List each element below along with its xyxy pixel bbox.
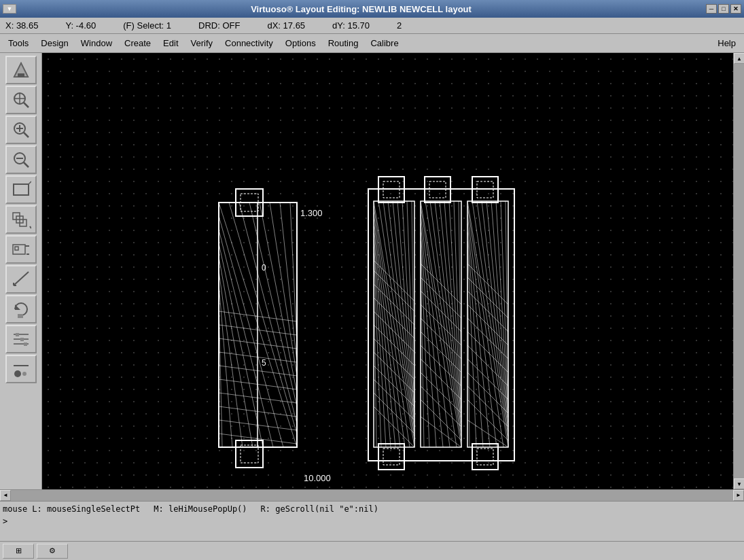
minimize-button[interactable]: ─ (706, 4, 717, 14)
cut-tool-button[interactable] (5, 235, 37, 264)
status-bar: X: 38.65 Y: -4.60 (F) Select: 1 DRD: OFF… (0, 18, 744, 34)
scroll-down-button[interactable]: ▼ (734, 478, 744, 489)
scroll-track-horizontal[interactable] (11, 490, 733, 501)
console-mouse-m: M: leHiMousePopUp() (154, 504, 247, 514)
drd-status: DRD: OFF (198, 20, 240, 31)
main-area: 1.300 0 5 10.000 ▲ ▼ (0, 53, 744, 489)
bottom-scrollbar: ◄ ► (0, 489, 744, 500)
sliders-icon (11, 329, 31, 349)
menu-create[interactable]: Create (119, 37, 156, 50)
svg-text:1.300: 1.300 (300, 208, 323, 218)
menu-edit[interactable]: Edit (158, 37, 183, 50)
hierarchy-tool-button[interactable] (5, 205, 37, 234)
svg-rect-33 (20, 338, 24, 341)
scroll-right-button[interactable]: ► (733, 490, 744, 501)
svg-text:0: 0 (262, 263, 266, 273)
svg-rect-14 (14, 184, 29, 195)
window-controls: ─ □ ✕ (706, 4, 744, 14)
zoom-in-icon (11, 120, 31, 140)
zoom-in-button[interactable] (5, 116, 37, 144)
title-dropdown[interactable]: ▼ (3, 4, 16, 14)
rectangle-icon (11, 179, 31, 200)
close-button[interactable]: ✕ (730, 4, 741, 14)
title-text: Virtuoso® Layout Editing: NEWLIB NEWCELL… (251, 4, 472, 14)
console-mouse-r: R: geScroll(nil "e":nil) (261, 504, 378, 514)
select-icon (11, 90, 31, 110)
menu-options[interactable]: Options (280, 37, 321, 50)
line-icon (11, 269, 31, 290)
snap-icon (11, 60, 31, 80)
right-scrollbar: ▲ ▼ (733, 53, 744, 489)
console-prompt: > (3, 515, 741, 527)
dy-value: dY: 15.70 (332, 20, 370, 31)
undo-icon (11, 299, 31, 319)
svg-line-19 (30, 226, 31, 228)
snap-tool-button[interactable] (5, 56, 37, 84)
menu-connectivity[interactable]: Connectivity (219, 37, 279, 50)
svg-marker-27 (15, 304, 20, 310)
scroll-left-button[interactable]: ◄ (0, 490, 11, 501)
svg-line-4 (24, 103, 29, 107)
menu-design[interactable]: Design (35, 37, 73, 50)
console-area: mouse L: mouseSingleSelectPt M: leHiMous… (0, 500, 744, 541)
zoom-out-icon (11, 150, 31, 170)
params-tool-button[interactable] (5, 355, 37, 383)
undo-button[interactable] (5, 295, 37, 323)
scroll-up-button[interactable]: ▲ (734, 53, 744, 64)
svg-rect-32 (16, 333, 19, 336)
counter: 2 (397, 20, 402, 31)
svg-rect-39 (42, 53, 733, 489)
params-icon (11, 359, 31, 379)
rectangle-tool-button[interactable] (5, 175, 37, 204)
console-line1: mouse L: mouseSingleSelectPt M: leHiMous… (3, 503, 741, 515)
menu-tools[interactable]: Tools (3, 37, 34, 50)
left-toolbar (0, 53, 42, 489)
svg-rect-21 (15, 247, 18, 250)
bottom-tool-1[interactable]: ⊞ (3, 544, 34, 559)
title-bar: ▼ Virtuoso® Layout Editing: NEWLIB NEWCE… (0, 0, 744, 18)
console-input[interactable] (10, 517, 735, 526)
svg-rect-2 (18, 73, 24, 77)
hierarchy-icon (11, 209, 31, 230)
svg-line-8 (24, 133, 29, 137)
console-mouse-l: mouse L: mouseSingleSelectPt (3, 504, 140, 514)
canvas-area[interactable]: 1.300 0 5 10.000 (42, 53, 733, 489)
bottom-strip: ⊞ ⚙ (0, 541, 744, 560)
svg-point-35 (14, 370, 21, 377)
cut-icon (11, 239, 31, 260)
scroll-track-vertical[interactable] (734, 64, 744, 478)
line-tool-button[interactable] (5, 265, 37, 294)
svg-text:5: 5 (262, 358, 266, 368)
svg-line-24 (14, 272, 29, 285)
bottom-tool-2[interactable]: ⚙ (37, 544, 68, 559)
x-coord: X: 38.65 (5, 20, 38, 31)
settings-tool-button[interactable] (5, 325, 37, 353)
select-tool-button[interactable] (5, 86, 37, 114)
menu-calibre[interactable]: Calibre (365, 37, 404, 50)
select-mode: (F) Select: 1 (123, 20, 171, 31)
menu-help[interactable]: Help (712, 37, 741, 50)
menu-routing[interactable]: Routing (323, 37, 364, 50)
menu-verify[interactable]: Verify (185, 37, 219, 50)
svg-rect-28 (18, 314, 23, 318)
maximize-button[interactable]: □ (718, 4, 729, 14)
menu-bar: Tools Design Window Create Edit Verify C… (0, 34, 744, 53)
svg-rect-34 (24, 343, 27, 346)
svg-line-15 (29, 181, 31, 184)
svg-text:10.000: 10.000 (304, 473, 331, 483)
menu-window[interactable]: Window (75, 37, 118, 50)
circuit-canvas: 1.300 0 5 10.000 (42, 53, 733, 489)
zoom-out-button[interactable] (5, 145, 37, 174)
svg-line-12 (24, 162, 29, 167)
dx-value: dX: 17.65 (267, 20, 305, 31)
svg-point-36 (22, 372, 26, 376)
prompt-symbol: > (3, 517, 7, 526)
y-coord: Y: -4.60 (65, 20, 96, 31)
